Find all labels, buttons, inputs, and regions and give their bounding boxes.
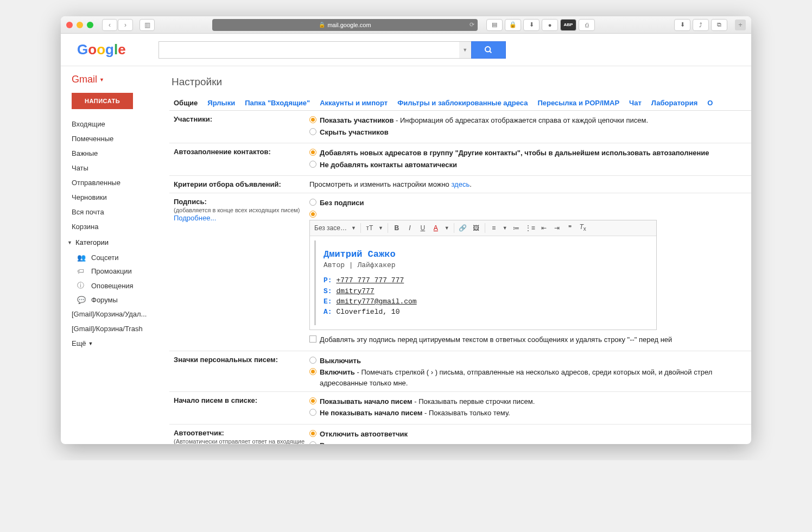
chat-icon: 💬 (77, 296, 86, 304)
maximize-window[interactable] (87, 22, 93, 28)
fontsize-button[interactable]: тТ (365, 224, 374, 232)
indicators-label: Значки персональных писем: (174, 356, 278, 364)
share-icon[interactable]: ⤴ (693, 19, 709, 31)
print-icon[interactable]: ⎙ (579, 19, 595, 31)
nav-back[interactable]: ‹ (102, 19, 117, 31)
radio-snippets-on[interactable] (309, 397, 316, 404)
radio-autocomplete-on[interactable] (309, 149, 316, 156)
radio-vacation-off[interactable] (309, 430, 316, 437)
close-window[interactable] (66, 22, 73, 28)
tab-inbox[interactable]: Папка "Входящие" (245, 99, 310, 107)
link-button[interactable]: 🔗 (459, 224, 467, 232)
tabs-icon[interactable]: ⧉ (711, 19, 727, 31)
abp-icon[interactable]: ABP (560, 19, 576, 31)
font-select[interactable]: Без засе… (314, 224, 347, 232)
radio-autocomplete-off[interactable] (309, 161, 316, 168)
signature-learn-link[interactable]: Подробнее... (174, 214, 216, 222)
lock-ext-icon[interactable]: 🔒 (505, 19, 521, 31)
radio-indicators-off[interactable] (309, 357, 316, 364)
radio-snippets-off[interactable] (309, 409, 316, 416)
nav-drafts[interactable]: Черновики (61, 190, 169, 205)
row-autocomplete: Автозаполнение контактов: Добавлять новы… (169, 143, 751, 176)
row-snippets: Начало писем в списке: Показывать начало… (169, 392, 751, 425)
pocket-icon[interactable]: ⬇ (523, 19, 540, 31)
ads-link[interactable]: здесь (451, 180, 470, 188)
tab-labs[interactable]: Лаборатория (651, 99, 697, 107)
radio-indicators-on[interactable] (309, 368, 316, 375)
gmail-brand[interactable]: Gmail▼ (61, 74, 169, 93)
bullist-button[interactable]: ⋮≡ (525, 224, 535, 232)
nav-chats[interactable]: Чаты (61, 161, 169, 175)
underline-button[interactable]: U (418, 224, 427, 232)
nav-forward[interactable]: › (118, 19, 133, 31)
minimize-window[interactable] (77, 22, 83, 28)
signature-body[interactable]: Дмитрий Сажко Автор | Лайфхакер P: +777 … (314, 240, 652, 326)
svg-line-1 (490, 51, 491, 53)
numlist-button[interactable]: ≔ (512, 224, 521, 232)
search-icon (484, 46, 493, 54)
nav-sent[interactable]: Отправленные (61, 175, 169, 190)
nav-more[interactable]: Ещё▼ (61, 336, 169, 351)
tab-filters[interactable]: Фильтры и заблокированные адреса (397, 99, 528, 107)
search-input[interactable] (158, 41, 459, 59)
radio-no-signature[interactable] (309, 199, 316, 206)
sig-role: Автор | Лайфхакер (323, 261, 644, 270)
color-button[interactable]: A (432, 224, 440, 232)
browser-titlebar: ‹ › ▥ 🔒 mail.google.com ⟳ ▤ 🔒 ⬇ ● ABP ⎙ … (61, 16, 751, 34)
snippets-label: Начало писем в списке: (174, 396, 257, 404)
nav-trash[interactable]: Корзина (61, 219, 169, 234)
tab-forwarding[interactable]: Пересылка и POP/IMAP (537, 99, 619, 107)
reload-icon[interactable]: ⟳ (470, 21, 474, 28)
compose-button[interactable]: НАПИСАТЬ (72, 93, 133, 109)
search-dropdown[interactable]: ▼ (459, 41, 471, 59)
checkbox-sig-before-quote[interactable] (309, 335, 316, 343)
vacation-sublabel: (Автоматически отправляет ответ на входя… (174, 438, 304, 444)
nav-label-2[interactable]: [Gmail]/Корзина/Trash (61, 321, 169, 336)
quote-button[interactable]: ❞ (566, 224, 574, 232)
sidebar: Gmail▼ НАПИСАТЬ Входящие Помеченные Важн… (61, 66, 169, 444)
sig-name: Дмитрий Сажко (323, 248, 644, 261)
nav-important[interactable]: Важные (61, 146, 169, 161)
tab-accounts[interactable]: Аккаунты и импорт (320, 99, 388, 107)
cat-social[interactable]: 👥Соцсети (61, 251, 169, 264)
google-logo[interactable]: Google (77, 41, 126, 58)
signature-editor: Без засе…▼ тТ▼ B I U A▼ 🔗 🖼 (309, 220, 657, 331)
indent-button[interactable]: ⇥ (553, 224, 561, 232)
lock-icon: 🔒 (319, 22, 325, 28)
align-button[interactable]: ≡ (490, 224, 498, 232)
signature-sublabel: (добавляется в конце всех исходящих писе… (174, 207, 300, 213)
tab-general[interactable]: Общие (174, 99, 198, 107)
cat-updates[interactable]: ⓘОповещения (61, 278, 169, 293)
tab-offline[interactable]: О (707, 99, 713, 107)
radio-show-participants[interactable] (309, 116, 316, 123)
bold-button[interactable]: B (392, 224, 401, 232)
download-icon[interactable]: ⬇ (674, 19, 690, 31)
italic-button[interactable]: I (405, 224, 414, 232)
new-tab[interactable]: + (735, 20, 746, 30)
rss-icon[interactable]: ▤ (486, 19, 503, 31)
nav-inbox[interactable]: Входящие (61, 117, 169, 131)
ads-label: Критерии отбора объявлений: (174, 180, 281, 188)
url-bar[interactable]: 🔒 mail.google.com ⟳ (212, 19, 478, 31)
info-icon: ⓘ (77, 281, 86, 290)
main-content: Настройки Общие Ярлыки Папка "Входящие" … (169, 66, 751, 444)
sig-phone: +777 777 777 777 (336, 276, 404, 284)
sidebar-toggle-icon[interactable]: ▥ (139, 19, 155, 31)
radio-signature-on[interactable] (309, 211, 316, 218)
search-button[interactable] (471, 41, 506, 59)
cat-forums[interactable]: 💬Форумы (61, 293, 169, 307)
clear-format-button[interactable]: Tx (579, 223, 587, 232)
nav-label-1[interactable]: [Gmail]/Корзина/Удал... (61, 307, 169, 321)
cat-promo[interactable]: 🏷Промоакции (61, 264, 169, 278)
nav-allmail[interactable]: Вся почта (61, 205, 169, 219)
nav-starred[interactable]: Помеченные (61, 131, 169, 146)
image-button[interactable]: 🖼 (472, 224, 480, 232)
tab-labels[interactable]: Ярлыки (207, 99, 235, 107)
nav-categories[interactable]: ▼Категории (61, 234, 169, 251)
tab-chat[interactable]: Чат (629, 99, 642, 107)
sig-skype: dmitry777 (336, 287, 374, 295)
radio-vacation-on[interactable] (309, 441, 316, 444)
outdent-button[interactable]: ⇤ (540, 224, 548, 232)
bulb-icon[interactable]: ● (542, 19, 558, 31)
radio-hide-participants[interactable] (309, 128, 316, 135)
